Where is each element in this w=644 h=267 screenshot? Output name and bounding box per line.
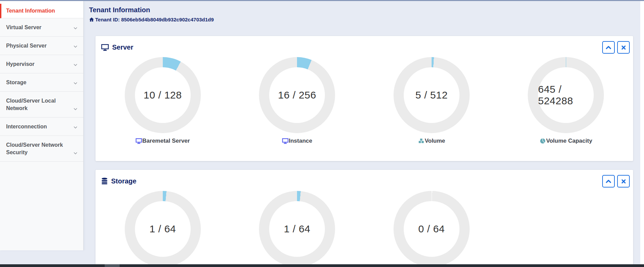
sidebar-item-label: Hypervisor xyxy=(6,61,35,67)
panel-title: Storage xyxy=(111,177,136,185)
vertical-scrollbar-track[interactable] xyxy=(640,1,644,264)
chart-storage-2: 1 / 64 xyxy=(230,191,365,267)
storage-panel: Storage 1 / 64 xyxy=(95,170,633,267)
pie-chart-icon xyxy=(540,138,546,144)
donut-hole: 1 / 64 xyxy=(135,201,191,257)
donut-value: 16 / 256 xyxy=(278,89,316,101)
chevron-down-icon xyxy=(73,26,78,31)
chevron-down-icon xyxy=(73,81,78,86)
close-panel-button[interactable] xyxy=(617,41,630,54)
close-icon xyxy=(621,179,626,184)
sidebar-item-label: Interconnection xyxy=(6,124,47,129)
tenant-id-text: Tenant ID: 8506eb5d4b8049db932c902c4703d… xyxy=(95,17,214,22)
donut-hole: 1 / 64 xyxy=(269,201,325,257)
sidebar-item-hypervisor[interactable]: Hypervisor xyxy=(0,55,83,73)
chart-label: Instance xyxy=(282,138,312,144)
chart-volume-capacity: 645 / 524288 Volume Capacity xyxy=(499,57,633,144)
tenant-id-line: Tenant ID: 8506eb5d4b8049db932c902c4703d… xyxy=(89,17,214,22)
chart-label-text: Volume xyxy=(425,138,445,144)
chart-col-empty xyxy=(499,191,633,267)
monitor-icon xyxy=(101,44,109,51)
database-icon xyxy=(101,178,108,185)
chevron-down-icon xyxy=(73,44,78,49)
chart-label: Volume Capacity xyxy=(540,138,592,144)
page-title: Tenant Information xyxy=(89,6,214,14)
chevron-up-icon xyxy=(606,179,611,184)
chevron-down-icon xyxy=(73,107,78,111)
chart-label: Baremetal Server xyxy=(136,138,190,144)
storage-panel-header: Storage xyxy=(95,170,633,188)
donut-value: 10 / 128 xyxy=(144,89,182,101)
close-icon xyxy=(621,45,626,50)
donut-hole: 16 / 256 xyxy=(269,67,325,123)
chart-label-text: Volume Capacity xyxy=(546,138,592,144)
top-accent-line xyxy=(0,0,644,1)
storage-charts-row: 1 / 64 1 / 64 0 / 64 xyxy=(95,191,633,267)
server-charts-row: 10 / 128 Baremetal Server 16 / 256 xyxy=(95,57,633,144)
chart-volume: 5 / 512 Volume xyxy=(364,57,499,144)
donut-hole: 5 / 512 xyxy=(404,67,459,123)
panel-controls xyxy=(602,41,630,54)
chart-storage-3: 0 / 64 xyxy=(364,191,499,267)
donut-chart: 1 / 64 xyxy=(259,191,335,267)
chevron-up-icon xyxy=(606,45,611,50)
sidebar-item-label: Physical Server xyxy=(6,43,47,49)
donut-value: 645 / 524288 xyxy=(538,84,594,107)
horizontal-scrollbar-thumb[interactable] xyxy=(105,264,120,267)
chevron-down-icon xyxy=(73,125,78,130)
sidebar: Tenant Information Virtual Server Physic… xyxy=(0,1,84,250)
chevron-down-icon xyxy=(73,63,78,67)
donut-value: 1 / 64 xyxy=(150,223,176,235)
monitor-icon xyxy=(136,138,142,144)
donut-hole: 645 / 524288 xyxy=(538,67,594,123)
sidebar-item-label: Virtual Server xyxy=(6,24,41,30)
sidebar-item-label: Cloud/Server Local Network xyxy=(6,98,56,111)
monitor-icon xyxy=(282,138,289,144)
donut-value: 0 / 64 xyxy=(418,223,445,235)
donut-hole: 10 / 128 xyxy=(135,67,191,123)
donut-value: 1 / 64 xyxy=(284,223,310,235)
server-panel: Server 10 / 128 xyxy=(95,36,633,161)
donut-chart: 645 / 524288 xyxy=(528,57,604,133)
chart-instance: 16 / 256 Instance xyxy=(230,57,365,144)
sidebar-item-label: Tenant Information xyxy=(6,8,55,14)
panel-controls xyxy=(602,175,630,188)
panel-title: Server xyxy=(112,43,133,51)
donut-chart: 16 / 256 xyxy=(259,57,335,133)
home-icon xyxy=(89,17,94,22)
sidebar-item-cloud-server-network-security[interactable]: Cloud/Server Network Security xyxy=(0,136,83,162)
donut-chart: 10 / 128 xyxy=(125,57,201,133)
cubes-icon xyxy=(418,138,424,144)
sidebar-item-label: Storage xyxy=(6,79,27,85)
donut-chart: 0 / 64 xyxy=(394,191,470,267)
donut-chart: 5 / 512 xyxy=(394,57,470,133)
sidebar-item-cloud-server-local-network[interactable]: Cloud/Server Local Network xyxy=(0,92,83,118)
page-header: Tenant Information Tenant ID: 8506eb5d4b… xyxy=(89,6,214,22)
close-panel-button[interactable] xyxy=(617,175,630,188)
server-panel-header: Server xyxy=(95,36,633,54)
donut-chart: 1 / 64 xyxy=(125,191,201,267)
chevron-down-icon xyxy=(73,151,78,156)
collapse-panel-button[interactable] xyxy=(602,41,615,54)
chart-label-text: Baremetal Server xyxy=(142,138,190,144)
sidebar-item-virtual-server[interactable]: Virtual Server xyxy=(0,18,83,37)
sidebar-top-strip xyxy=(0,1,83,4)
horizontal-scrollbar[interactable] xyxy=(0,264,644,267)
donut-hole: 0 / 64 xyxy=(404,201,459,257)
sidebar-item-tenant-information[interactable]: Tenant Information xyxy=(0,4,83,18)
chart-label: Volume xyxy=(418,138,445,144)
sidebar-item-storage[interactable]: Storage xyxy=(0,73,83,92)
donut-value: 5 / 512 xyxy=(415,89,448,101)
chart-label-text: Instance xyxy=(289,138,312,144)
sidebar-item-label: Cloud/Server Network Security xyxy=(6,142,63,155)
chart-baremetal-server: 10 / 128 Baremetal Server xyxy=(95,57,230,144)
sidebar-item-physical-server[interactable]: Physical Server xyxy=(0,37,83,55)
sidebar-item-interconnection[interactable]: Interconnection xyxy=(0,118,83,136)
collapse-panel-button[interactable] xyxy=(602,175,615,188)
chart-storage-1: 1 / 64 xyxy=(95,191,230,267)
